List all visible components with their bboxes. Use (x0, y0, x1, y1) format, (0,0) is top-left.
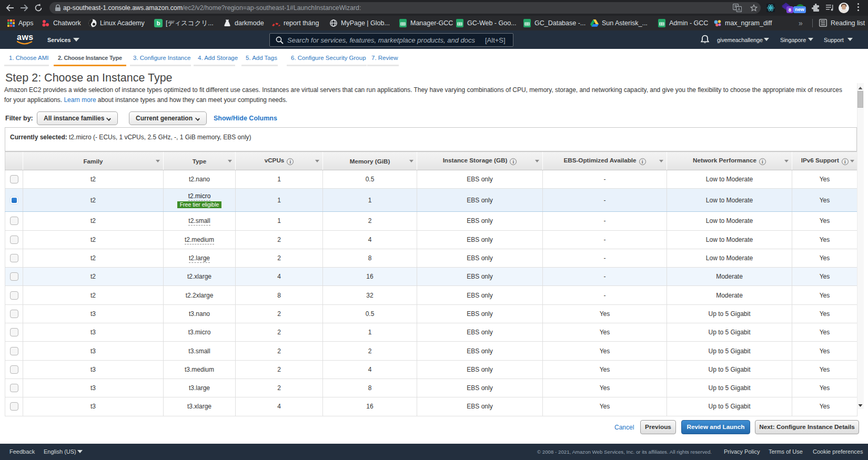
svg-text:b: b (157, 20, 160, 26)
